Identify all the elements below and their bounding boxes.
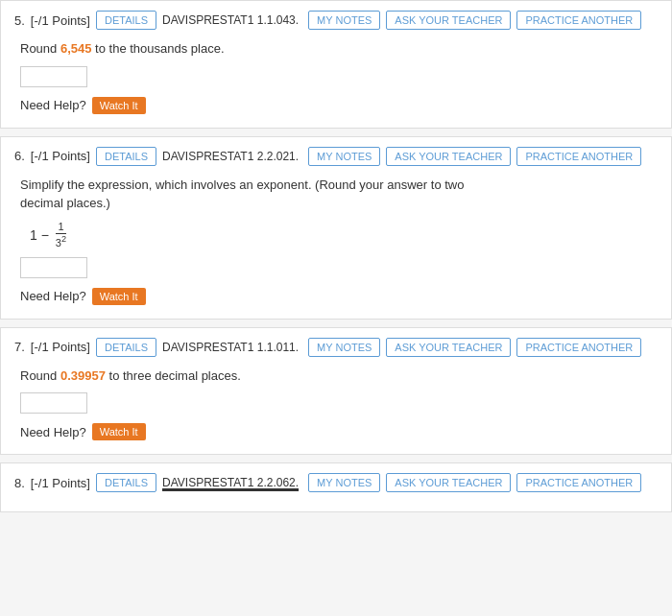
problem-6-math: 1 − 1 32 (20, 221, 658, 249)
problem-6-body: Simplify the expression, which involves … (14, 176, 658, 305)
problem-6-numerator: 1 (56, 221, 65, 234)
problem-8-header: 8. [-/1 Points] DETAILS DAVISPRESTAT1 2.… (14, 473, 658, 492)
problem-5-need-help-label: Need Help? (20, 98, 86, 112)
problem-6-details-button[interactable]: DETAILS (96, 147, 156, 166)
problem-5-body: Round 6,545 to the thousands place. Need… (14, 39, 658, 114)
problem-6-math-one: 1 − (30, 227, 49, 243)
problem-7-practice-button[interactable]: PRACTICE ANOTHER (516, 338, 641, 357)
problem-6-text: Simplify the expression, which involves … (20, 176, 658, 213)
problem-7-need-help-label: Need Help? (20, 425, 86, 439)
problem-7-my-notes-button[interactable]: MY NOTES (308, 338, 380, 357)
problem-8-points: [-/1 Points] (31, 476, 90, 490)
problem-5: 5. [-/1 Points] DETAILS DAVISPRESTAT1 1.… (0, 0, 672, 129)
problem-5-text-prefix: Round (20, 41, 60, 56)
problem-6-number: 6. (14, 149, 25, 163)
problem-6-watch-it-button[interactable]: Watch It (92, 288, 146, 305)
problem-7-header: 7. [-/1 Points] DETAILS DAVISPRESTAT1 1.… (14, 338, 658, 357)
problem-7-number: 7. (14, 340, 25, 354)
problem-5-details-button[interactable]: DETAILS (96, 11, 156, 30)
problem-5-highlight: 6,545 (60, 41, 92, 56)
problem-6-denominator: 32 (54, 234, 68, 249)
problem-5-need-help: Need Help? Watch It (20, 97, 658, 114)
problem-5-header: 5. [-/1 Points] DETAILS DAVISPRESTAT1 1.… (14, 11, 658, 30)
problem-5-text-suffix: to the thousands place. (91, 41, 224, 56)
problem-6-ask-teacher-button[interactable]: ASK YOUR TEACHER (386, 147, 511, 166)
problem-6-fraction: 1 32 (54, 221, 68, 249)
problem-7: 7. [-/1 Points] DETAILS DAVISPRESTAT1 1.… (0, 327, 672, 456)
problem-7-watch-it-button[interactable]: Watch It (92, 423, 146, 440)
problem-5-points: [-/1 Points] (31, 13, 90, 28)
problem-6-text-line2: decimal places.) (20, 196, 110, 210)
problem-5-watch-it-button[interactable]: Watch It (92, 97, 146, 114)
problem-6-my-notes-button[interactable]: MY NOTES (308, 147, 380, 166)
problem-5-text: Round 6,545 to the thousands place. (20, 39, 658, 59)
problem-7-text-prefix: Round (20, 368, 60, 383)
problem-5-answer-input[interactable] (20, 66, 87, 87)
problem-6: 6. [-/1 Points] DETAILS DAVISPRESTAT1 2.… (0, 136, 672, 320)
problem-5-code: DAVISPRESTAT1 1.1.043. (162, 13, 299, 27)
problem-7-answer-input[interactable] (20, 392, 87, 414)
problem-5-my-notes-button[interactable]: MY NOTES (308, 11, 380, 30)
problem-8-ask-teacher-button[interactable]: ASK YOUR TEACHER (386, 473, 511, 492)
problem-6-need-help-label: Need Help? (20, 289, 86, 303)
problem-7-details-button[interactable]: DETAILS (96, 338, 156, 357)
problem-6-text-line1: Simplify the expression, which involves … (20, 178, 464, 192)
problem-7-text: Round 0.39957 to three decimal places. (20, 367, 658, 386)
problem-6-header: 6. [-/1 Points] DETAILS DAVISPRESTAT1 2.… (14, 147, 658, 166)
problem-5-number: 5. (14, 13, 25, 28)
problem-6-need-help: Need Help? Watch It (20, 288, 658, 305)
problem-7-text-suffix: to three decimal places. (106, 368, 241, 383)
problem-5-ask-teacher-button[interactable]: ASK YOUR TEACHER (386, 11, 511, 30)
problem-8-number: 8. (14, 476, 25, 490)
problem-5-practice-button[interactable]: PRACTICE ANOTHER (516, 11, 641, 30)
problem-8-my-notes-button[interactable]: MY NOTES (308, 473, 380, 492)
problem-7-highlight: 0.39957 (60, 368, 106, 383)
problem-7-body: Round 0.39957 to three decimal places. N… (14, 367, 658, 441)
problem-6-answer-input[interactable] (20, 257, 87, 278)
problem-6-practice-button[interactable]: PRACTICE ANOTHER (516, 147, 641, 166)
problem-7-ask-teacher-button[interactable]: ASK YOUR TEACHER (386, 338, 511, 357)
problem-7-points: [-/1 Points] (31, 340, 90, 354)
problem-8: 8. [-/1 Points] DETAILS DAVISPRESTAT1 2.… (0, 462, 672, 512)
problem-8-details-button[interactable]: DETAILS (96, 473, 156, 492)
problem-6-code: DAVISPRESTAT1 2.2.021. (162, 150, 299, 163)
problem-6-points: [-/1 Points] (31, 149, 90, 163)
problem-7-need-help: Need Help? Watch It (20, 423, 658, 440)
problem-8-code: DAVISPRESTAT1 2.2.062. (162, 476, 299, 489)
problem-7-code: DAVISPRESTAT1 1.1.011. (162, 341, 299, 354)
problem-8-practice-button[interactable]: PRACTICE ANOTHER (516, 473, 641, 492)
